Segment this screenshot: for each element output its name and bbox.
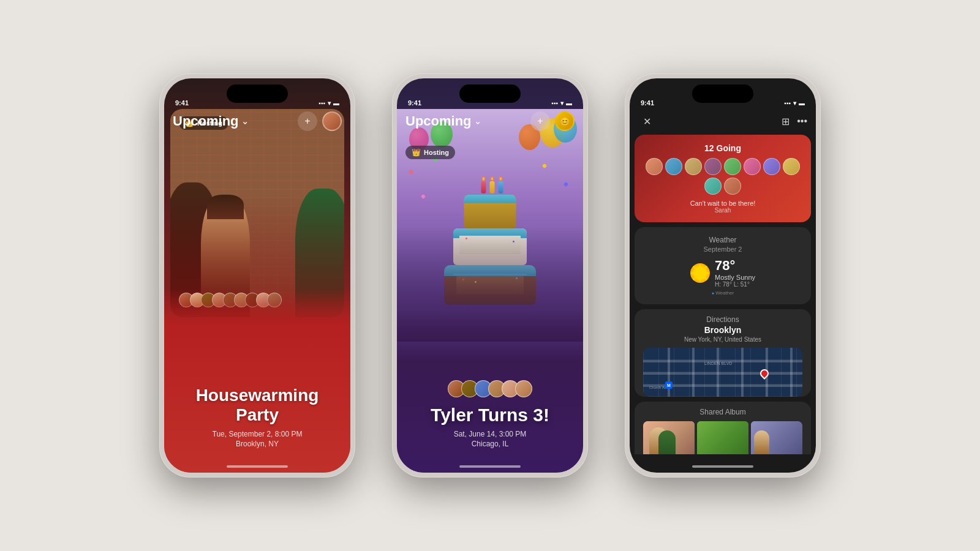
chevron-down-icon-2: ⌄ bbox=[474, 116, 481, 126]
going-avatar-5 bbox=[724, 158, 741, 175]
nav-actions-1: + bbox=[298, 111, 342, 131]
weather-source: ● Weather bbox=[643, 290, 802, 296]
weather-temp: 78° bbox=[715, 258, 755, 274]
hosting-badge-2: 👑 Hosting bbox=[405, 146, 455, 159]
cake-tier-top bbox=[464, 195, 516, 228]
weather-desc: Mostly Sunny bbox=[715, 274, 755, 281]
candle-2 bbox=[490, 181, 495, 193]
dynamic-island-1 bbox=[227, 84, 288, 103]
album-title: Shared Album bbox=[643, 408, 802, 416]
nav-bar-1: Upcoming ⌄ + bbox=[164, 108, 350, 135]
phone-1: 9:41 ▪▪▪ ▾ ▬ Upcoming ⌄ + bbox=[159, 73, 355, 478]
crown-icon-2: 👑 bbox=[412, 148, 421, 157]
directions-place: Brooklyn bbox=[643, 325, 802, 335]
map-area[interactable]: LINDEN BLVD Church Av M bbox=[643, 348, 802, 397]
weather-card: Weather September 2 bbox=[635, 227, 811, 304]
phone1-event-info: Housewarming Party Tue, September 2, 8:0… bbox=[164, 289, 350, 473]
album-photo-3 bbox=[751, 421, 802, 454]
nav-title-1: Upcoming ⌄ bbox=[173, 113, 249, 129]
svg-line-8 bbox=[693, 277, 695, 279]
weather-date: September 2 bbox=[643, 246, 802, 253]
going-avatar-1 bbox=[646, 158, 663, 175]
event-location-1: Brooklyn, NY bbox=[236, 440, 279, 448]
going-avatar-2 bbox=[665, 158, 682, 175]
map-pin bbox=[758, 367, 771, 380]
party-photo-1: 👑 Hosting bbox=[170, 109, 344, 317]
sun-icon bbox=[690, 263, 710, 283]
map-road-vertical-1 bbox=[668, 348, 670, 397]
album-card: Shared Album bbox=[635, 402, 811, 454]
comment-author: Sarah bbox=[643, 207, 802, 214]
wifi-icon-3: ▾ bbox=[793, 100, 796, 107]
battery-icon-1: ▬ bbox=[333, 100, 339, 107]
going-avatar-9 bbox=[704, 178, 722, 195]
event-date-2: Sat, June 14, 3:00 PM bbox=[454, 430, 527, 438]
weather-high-low: H: 78° L: 51° bbox=[715, 281, 755, 288]
svg-line-5 bbox=[693, 266, 695, 268]
phone3-header: ✕ ⊞ ••• bbox=[630, 108, 816, 135]
home-indicator-3 bbox=[692, 465, 753, 468]
album-photo-2 bbox=[697, 421, 748, 454]
home-indicator-2 bbox=[459, 465, 521, 468]
dynamic-island-2 bbox=[459, 84, 521, 103]
battery-icon-3: ▬ bbox=[799, 100, 805, 107]
going-avatar-10 bbox=[724, 178, 741, 195]
map-road-vertical-6 bbox=[790, 348, 793, 397]
avatar-emoji-2: 😊 bbox=[560, 117, 570, 126]
directions-card: Directions Brooklyn New York, NY, United… bbox=[635, 309, 811, 397]
signal-icon-1: ▪▪▪ bbox=[318, 100, 325, 107]
candle-1 bbox=[481, 181, 486, 193]
time-2: 9:41 bbox=[408, 99, 421, 107]
status-icons-3: ▪▪▪ ▾ ▬ bbox=[784, 100, 805, 107]
sun-svg bbox=[690, 263, 710, 283]
svg-line-7 bbox=[705, 266, 707, 268]
cards-container-3: 12 Going Can't wait to be there! Sarah bbox=[635, 135, 811, 454]
album-photos bbox=[643, 421, 802, 454]
metro-icon: M bbox=[665, 381, 673, 389]
user-avatar-2[interactable]: 😊 bbox=[555, 111, 575, 131]
going-avatar-7 bbox=[763, 158, 780, 175]
map-road-vertical-4 bbox=[741, 348, 744, 397]
album-photo-1 bbox=[643, 421, 695, 454]
nav-bar-2: Upcoming ⌄ + 😊 bbox=[397, 108, 583, 135]
going-count: 12 Going bbox=[643, 143, 802, 153]
add-button-2[interactable]: + bbox=[530, 111, 550, 131]
battery-icon-2: ▬ bbox=[566, 100, 572, 107]
event-title-2: Tyler Turns 3! bbox=[431, 405, 549, 425]
wifi-icon-1: ▾ bbox=[328, 100, 331, 107]
phone2-attendee-row bbox=[448, 380, 532, 397]
map-road-vertical-2 bbox=[692, 348, 695, 397]
directions-title: Directions bbox=[643, 315, 802, 324]
map-label-linden: LINDEN BLVD bbox=[704, 361, 732, 365]
event-location-2: Chicago, IL bbox=[472, 440, 509, 448]
dynamic-island-3 bbox=[692, 84, 753, 103]
chevron-down-icon-1: ⌄ bbox=[241, 116, 249, 126]
weather-row: 78° Mostly Sunny H: 78° L: 51° bbox=[643, 258, 802, 288]
event-title-1: Housewarming Party bbox=[196, 386, 319, 425]
going-avatars bbox=[643, 158, 802, 195]
close-button-3[interactable]: ✕ bbox=[638, 113, 655, 130]
weather-details: 78° Mostly Sunny H: 78° L: 51° bbox=[715, 258, 755, 288]
phone2-event-info: Tyler Turns 3! Sat, June 14, 3:00 PM Chi… bbox=[397, 313, 583, 473]
more-options-icon-3[interactable]: ••• bbox=[797, 116, 807, 127]
wifi-icon-2: ▾ bbox=[560, 100, 564, 107]
going-avatar-6 bbox=[744, 158, 761, 175]
calendar-icon-3[interactable]: ⊞ bbox=[782, 116, 790, 127]
status-icons-2: ▪▪▪ ▾ ▬ bbox=[551, 100, 572, 107]
time-1: 9:41 bbox=[175, 99, 189, 107]
directions-location: New York, NY, United States bbox=[643, 336, 802, 343]
add-button-1[interactable]: + bbox=[298, 111, 317, 131]
map-grid: LINDEN BLVD Church Av M bbox=[643, 348, 802, 397]
signal-icon-2: ▪▪▪ bbox=[551, 100, 558, 107]
time-3: 9:41 bbox=[641, 99, 654, 107]
user-avatar-1[interactable] bbox=[322, 111, 342, 131]
phone-3: 9:41 ▪▪▪ ▾ ▬ ✕ ⊞ ••• 12 Going bbox=[625, 73, 821, 478]
going-avatar-4 bbox=[704, 158, 722, 175]
going-avatar-3 bbox=[685, 158, 702, 175]
signal-icon-3: ▪▪▪ bbox=[784, 100, 791, 107]
nav-title-2: Upcoming ⌄ bbox=[405, 113, 481, 129]
home-indicator-1 bbox=[227, 465, 288, 468]
cake-photo-2: 👑 Hosting bbox=[397, 109, 583, 342]
weather-title: Weather bbox=[643, 236, 802, 244]
map-road-vertical-3 bbox=[717, 348, 719, 397]
